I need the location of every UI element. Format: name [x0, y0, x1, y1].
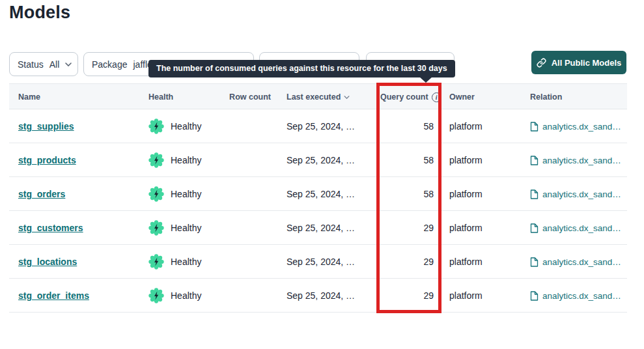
last-executed-value: Sep 25, 2024, …	[287, 155, 355, 165]
chevron-down-icon	[65, 63, 72, 66]
owner-value: platform	[449, 155, 483, 165]
column-header-query-count: Query count i	[380, 84, 441, 110]
last-executed-value: Sep 25, 2024, …	[287, 223, 355, 233]
health-status-label: Healthy	[171, 290, 201, 301]
query-count-value: 58	[423, 155, 434, 165]
column-header-health: Health	[148, 84, 173, 110]
link-icon	[537, 58, 546, 68]
sort-chevron-icon	[344, 96, 350, 99]
health-status-label: Healthy	[171, 223, 201, 233]
all-public-models-label: All Public Models	[552, 58, 622, 68]
table-row: stg_products Healthy Sep 25, 2024, … 58 …	[9, 143, 627, 177]
model-name-link[interactable]: stg_order_items	[18, 290, 89, 301]
last-executed-value: Sep 25, 2024, …	[287, 121, 355, 132]
relation-link[interactable]: analytics.dx_sand…	[530, 223, 621, 233]
file-icon	[530, 291, 539, 301]
model-name-link[interactable]: stg_locations	[18, 257, 77, 267]
column-header-relation: Relation	[530, 84, 562, 110]
model-name-link[interactable]: stg_customers	[18, 223, 83, 233]
owner-value: platform	[449, 290, 483, 301]
query-count-value: 58	[423, 189, 434, 199]
health-badge-icon	[148, 119, 164, 134]
model-name-link[interactable]: stg_supplies	[18, 121, 74, 132]
query-count-value: 29	[423, 257, 434, 267]
page-title: Models	[9, 3, 70, 23]
file-icon	[530, 122, 539, 132]
table-row: stg_order_items Healthy Sep 25, 2024, … …	[9, 279, 627, 313]
health-badge-icon	[148, 254, 164, 270]
health-badge-icon	[148, 220, 164, 236]
health-status-label: Healthy	[171, 155, 201, 165]
table-header-row: Name Health Row count Last executed Quer…	[9, 83, 627, 109]
last-executed-value: Sep 25, 2024, …	[287, 257, 355, 267]
query-count-value: 29	[423, 290, 434, 301]
info-icon[interactable]: i	[432, 92, 441, 102]
table-row: stg_locations Healthy Sep 25, 2024, … 29…	[9, 245, 627, 279]
models-table: Name Health Row count Last executed Quer…	[9, 83, 627, 313]
health-status-label: Healthy	[171, 121, 201, 132]
query-count-value: 58	[423, 121, 434, 132]
tooltip-caret	[419, 76, 433, 83]
package-filter-label: Package	[92, 59, 127, 70]
relation-link[interactable]: analytics.dx_sand…	[530, 291, 621, 301]
owner-value: platform	[449, 189, 483, 199]
status-filter-label: Status	[18, 59, 44, 70]
column-header-name: Name	[18, 84, 40, 110]
owner-value: platform	[449, 223, 483, 233]
all-public-models-button[interactable]: All Public Models	[531, 51, 626, 74]
file-icon	[530, 257, 539, 267]
health-badge-icon	[148, 152, 164, 168]
owner-value: platform	[449, 121, 483, 132]
relation-link[interactable]: analytics.dx_sand…	[530, 122, 621, 132]
health-badge-icon	[148, 186, 164, 202]
relation-link[interactable]: analytics.dx_sand…	[530, 189, 621, 199]
model-name-link[interactable]: stg_orders	[18, 189, 65, 199]
column-header-owner: Owner	[449, 84, 475, 110]
file-icon	[530, 189, 539, 199]
owner-value: platform	[449, 257, 483, 267]
column-header-last-executed[interactable]: Last executed	[287, 84, 350, 110]
query-count-tooltip: The number of consumed queries against t…	[148, 60, 455, 77]
file-icon	[530, 156, 539, 165]
file-icon	[530, 223, 539, 233]
status-filter-dropdown[interactable]: Status All	[9, 52, 78, 76]
table-row: stg_orders Healthy Sep 25, 2024, … 58 pl…	[9, 177, 627, 211]
last-executed-value: Sep 25, 2024, …	[287, 290, 355, 301]
column-header-row-count: Row count	[204, 84, 271, 110]
status-filter-value: All	[49, 59, 60, 70]
relation-link[interactable]: analytics.dx_sand…	[530, 156, 621, 165]
table-row: stg_supplies Healthy Sep 25, 2024, … 58 …	[9, 109, 627, 143]
relation-link[interactable]: analytics.dx_sand…	[530, 257, 621, 267]
health-status-label: Healthy	[171, 257, 201, 267]
table-row: stg_customers Healthy Sep 25, 2024, … 29…	[9, 211, 627, 245]
last-executed-value: Sep 25, 2024, …	[287, 189, 355, 199]
health-badge-icon	[148, 288, 164, 303]
query-count-value: 29	[423, 223, 434, 233]
model-name-link[interactable]: stg_products	[18, 155, 76, 165]
health-status-label: Healthy	[171, 189, 201, 199]
